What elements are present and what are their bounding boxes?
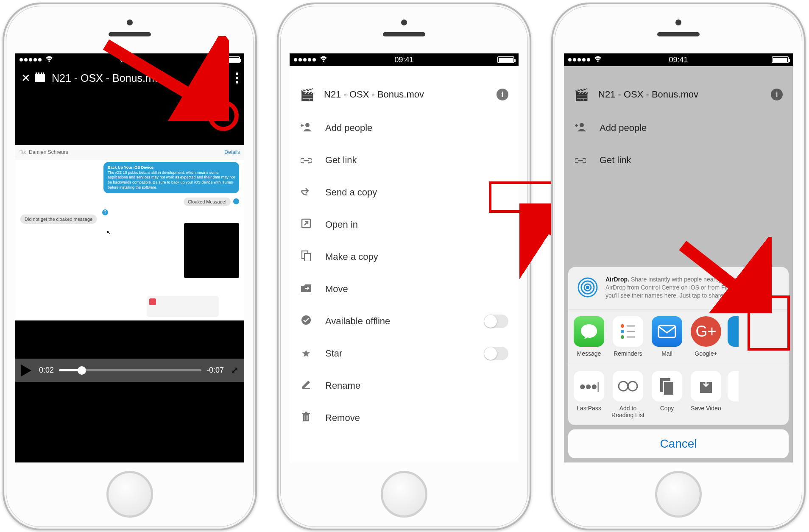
file-header: 🎬 N21 - OSX - Bonus.mov i <box>290 77 519 112</box>
menu-rename[interactable]: Rename <box>290 370 519 402</box>
delivered-icon <box>233 198 239 204</box>
close-icon[interactable]: ✕ <box>21 72 31 85</box>
video-file-icon <box>35 74 45 82</box>
scrubber-thumb[interactable] <box>78 366 86 375</box>
share-app-googleplus[interactable]: G+ Google+ <box>688 316 724 357</box>
svg-point-27 <box>628 382 637 391</box>
phone-2: 09:41 🎬 N21 - OSX - Bonus.mov i Add peop… <box>277 3 531 530</box>
svg-rect-30 <box>664 382 674 395</box>
offline-toggle[interactable] <box>484 315 508 328</box>
menu-available-offline[interactable]: Available offline <box>290 305 519 337</box>
save-video-icon <box>691 371 721 401</box>
chat-recipient: Damien Schreurs <box>29 149 224 155</box>
menu-open-in[interactable]: Open in <box>290 209 519 241</box>
phone-camera <box>127 19 133 25</box>
svg-rect-8 <box>302 413 310 414</box>
action-more[interactable] <box>727 371 739 418</box>
action-save-video[interactable]: Save Video <box>688 371 724 418</box>
annotation-arrow-3 <box>674 237 772 315</box>
file-name: N21 - OSX - Bonus.mov <box>324 89 487 100</box>
share-app-reminders[interactable]: Reminders <box>610 316 646 357</box>
home-button[interactable] <box>106 471 153 518</box>
svg-point-18 <box>586 286 589 289</box>
link-icon <box>300 154 312 166</box>
trash-icon <box>300 412 312 424</box>
share-app-message[interactable]: Message <box>571 316 607 357</box>
more-options-icon[interactable] <box>236 72 238 84</box>
menu-send-copy[interactable]: Send a copy <box>290 176 519 209</box>
chat-reply: Did not get the cloaked message <box>20 214 97 224</box>
move-icon <box>300 283 312 295</box>
menu-move[interactable]: Move <box>290 273 519 305</box>
home-button[interactable] <box>655 471 702 518</box>
status-bar: 09:41 <box>564 53 793 66</box>
airdrop-icon <box>576 276 600 301</box>
action-reading-list[interactable]: Add to Reading List <box>610 371 646 418</box>
copy-icon <box>300 250 312 264</box>
rename-icon <box>300 379 312 392</box>
screen-2: 09:41 🎬 N21 - OSX - Bonus.mov i Add peop… <box>290 53 519 462</box>
chat-cloaked-message: Cloaked Message! <box>184 198 231 206</box>
chat-message-outgoing: Back Up Your iOS Device The iOS 10 publi… <box>103 162 239 193</box>
send-icon <box>300 187 312 198</box>
video-preview: To: Damien Schreurs Details Back Up Your… <box>15 90 244 359</box>
chat-details-link[interactable]: Details <box>224 149 240 155</box>
svg-point-21 <box>621 335 624 339</box>
wifi-icon <box>320 56 327 64</box>
movie-file-icon: 🎬 <box>300 88 315 102</box>
svg-point-20 <box>621 330 624 333</box>
svg-point-26 <box>619 382 628 391</box>
messages-icon <box>574 316 604 347</box>
svg-rect-6 <box>302 388 310 389</box>
chat-to-label: To: <box>20 149 26 155</box>
menu-remove[interactable]: Remove <box>290 402 519 434</box>
time-elapsed: 0:02 <box>39 366 54 375</box>
cursor-icon: ↖ <box>106 229 111 236</box>
reminders-icon <box>613 316 643 347</box>
wifi-icon <box>45 56 53 64</box>
quote-icon <box>149 298 156 305</box>
home-button[interactable] <box>381 471 427 518</box>
question-icon: ? <box>102 209 108 215</box>
info-icon[interactable]: i <box>497 89 508 100</box>
offline-icon <box>300 315 312 328</box>
video-controls: 0:02 -0:07 ⤢ <box>15 359 244 382</box>
share-actions-row: ●●●| LastPass Add to Reading List <box>568 364 789 425</box>
svg-rect-25 <box>658 326 675 337</box>
svg-line-32 <box>683 245 750 298</box>
star-toggle[interactable] <box>484 347 508 360</box>
scrubber-track[interactable] <box>59 369 201 371</box>
googleplus-icon: G+ <box>691 316 721 347</box>
time-remaining: -0:07 <box>206 366 224 375</box>
fullscreen-icon[interactable]: ⤢ <box>231 365 238 376</box>
svg-line-0 <box>106 45 206 104</box>
action-copy[interactable]: Copy <box>649 371 685 418</box>
cancel-button[interactable]: Cancel <box>568 429 789 458</box>
status-time: 09:41 <box>669 56 688 64</box>
menu-star[interactable]: ★ Star <box>290 337 519 370</box>
svg-point-19 <box>621 324 624 328</box>
annotation-arrow-1 <box>93 36 229 123</box>
star-icon: ★ <box>300 348 312 359</box>
share-app-mail[interactable]: Mail <box>649 316 685 357</box>
menu-make-copy[interactable]: Make a copy <box>290 241 519 273</box>
menu-add-people[interactable]: Add people <box>290 112 519 144</box>
svg-rect-9 <box>305 412 307 413</box>
menu-get-link[interactable]: Get link <box>290 144 519 176</box>
copy-icon <box>652 371 682 401</box>
open-in-icon <box>300 218 312 231</box>
add-people-icon <box>300 122 312 134</box>
share-app-more[interactable] <box>727 316 739 357</box>
chat-preview: To: Damien Schreurs Details Back Up Your… <box>15 145 244 320</box>
reading-list-icon <box>613 371 643 401</box>
mail-icon <box>652 316 682 347</box>
svg-rect-4 <box>304 253 310 261</box>
lastpass-icon: ●●●| <box>574 371 604 401</box>
svg-point-1 <box>305 123 310 127</box>
action-lastpass[interactable]: ●●●| LastPass <box>571 371 607 418</box>
chat-attachment-thumb <box>184 223 239 278</box>
play-icon[interactable] <box>21 365 31 376</box>
status-time: 09:41 <box>394 56 413 64</box>
chat-quote-bubble <box>147 296 219 317</box>
svg-point-5 <box>301 315 311 325</box>
